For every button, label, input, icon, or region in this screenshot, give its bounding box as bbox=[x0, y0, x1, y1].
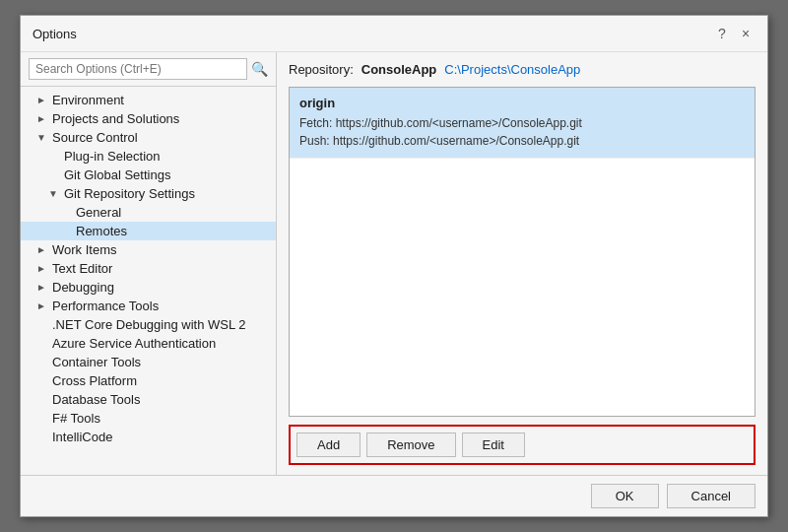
expand-icon: ► bbox=[36, 300, 52, 311]
repo-path: C:\Projects\ConsoleApp bbox=[444, 62, 580, 77]
tree-item-plugin-selection[interactable]: Plug-in Selection bbox=[21, 147, 276, 166]
tree-area: ► Environment ► Projects and Solutions ▼… bbox=[21, 87, 276, 475]
dialog-footer: OK Cancel bbox=[21, 475, 767, 516]
remote-push: Push: https://github.com/<username>/Cons… bbox=[299, 132, 745, 150]
dialog-title-area: Options bbox=[33, 27, 77, 41]
close-button[interactable]: × bbox=[736, 24, 755, 43]
remote-name: origin bbox=[299, 96, 745, 110]
expand-icon: ▼ bbox=[36, 132, 52, 143]
dialog-title: Options bbox=[33, 27, 77, 41]
tree-item-cross-platform[interactable]: Cross Platform bbox=[21, 371, 276, 390]
expand-icon: ► bbox=[36, 263, 52, 274]
remote-item-origin[interactable]: origin Fetch: https://github.com/<userna… bbox=[290, 88, 755, 159]
tree-item-general[interactable]: General bbox=[21, 203, 276, 222]
tree-item-source-control[interactable]: ▼ Source Control bbox=[21, 128, 276, 147]
tree-item-work-items[interactable]: ► Work Items bbox=[21, 240, 276, 259]
edit-button[interactable]: Edit bbox=[462, 432, 525, 457]
tree-item-projects-solutions[interactable]: ► Projects and Solutions bbox=[21, 109, 276, 128]
right-panel: Repository: ConsoleApp C:\Projects\Conso… bbox=[277, 52, 767, 475]
repo-name: ConsoleApp bbox=[361, 62, 437, 77]
dialog-body: 🔍 ► Environment ► Projects and Solutions… bbox=[21, 52, 767, 475]
tree-item-performance-tools[interactable]: ► Performance Tools bbox=[21, 297, 276, 315]
search-input[interactable] bbox=[29, 58, 247, 80]
ok-button[interactable]: OK bbox=[591, 484, 659, 508]
search-icon: 🔍 bbox=[251, 61, 268, 77]
remove-button[interactable]: Remove bbox=[366, 432, 455, 457]
tree-item-text-editor[interactable]: ► Text Editor bbox=[21, 259, 276, 278]
remote-fetch: Fetch: https://github.com/<username>/Con… bbox=[299, 114, 745, 132]
title-bar: Options ? × bbox=[21, 16, 767, 52]
expand-icon: ► bbox=[36, 113, 52, 124]
tree-item-git-global-settings[interactable]: Git Global Settings bbox=[21, 166, 276, 184]
tree-item-azure-auth[interactable]: Azure Service Authentication bbox=[21, 334, 276, 353]
tree-item-dotnet-core[interactable]: .NET Core Debugging with WSL 2 bbox=[21, 315, 276, 334]
tree-item-debugging[interactable]: ► Debugging bbox=[21, 278, 276, 297]
expand-icon: ► bbox=[36, 244, 52, 255]
tree-item-database-tools[interactable]: Database Tools bbox=[21, 390, 276, 409]
cancel-button[interactable]: Cancel bbox=[667, 484, 755, 508]
tree-item-fsharp-tools[interactable]: F# Tools bbox=[21, 409, 276, 428]
search-box: 🔍 bbox=[21, 52, 276, 87]
remotes-list[interactable]: origin Fetch: https://github.com/<userna… bbox=[289, 87, 755, 417]
title-bar-buttons: ? × bbox=[712, 24, 755, 43]
tree-item-environment[interactable]: ► Environment bbox=[21, 91, 276, 109]
options-dialog: Options ? × 🔍 ► Environment ► bbox=[20, 15, 768, 517]
help-button[interactable]: ? bbox=[712, 24, 732, 43]
tree-item-container-tools[interactable]: Container Tools bbox=[21, 353, 276, 371]
repo-label: Repository: bbox=[289, 62, 354, 77]
expand-icon: ► bbox=[36, 282, 52, 293]
tree-item-intellicode[interactable]: IntelliCode bbox=[21, 428, 276, 446]
left-panel: 🔍 ► Environment ► Projects and Solutions… bbox=[21, 52, 277, 475]
action-buttons-area: Add Remove Edit bbox=[289, 425, 755, 465]
repo-header: Repository: ConsoleApp C:\Projects\Conso… bbox=[289, 62, 755, 77]
tree-item-git-repository-settings[interactable]: ▼ Git Repository Settings bbox=[21, 184, 276, 203]
tree-item-remotes[interactable]: Remotes bbox=[21, 222, 276, 240]
expand-icon: ► bbox=[36, 95, 52, 105]
add-button[interactable]: Add bbox=[296, 432, 361, 457]
expand-icon: ▼ bbox=[48, 188, 64, 199]
